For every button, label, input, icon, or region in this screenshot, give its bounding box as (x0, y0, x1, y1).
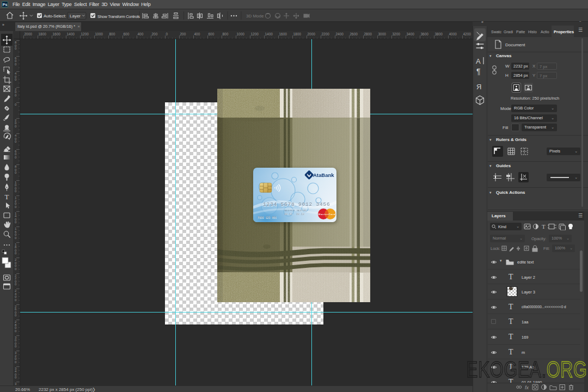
svg-text:MasterCard: MasterCard (318, 213, 335, 216)
svg-text:T: T (5, 193, 9, 201)
svg-text:A: A (476, 57, 481, 65)
svg-text:¶: ¶ (476, 67, 481, 76)
svg-text:7890 123 456: 7890 123 456 (258, 216, 277, 219)
svg-text:VALID THRU: VALID THRU (297, 210, 307, 212)
svg-text:AtaBank: AtaBank (313, 172, 334, 178)
svg-text:Я: Я (476, 83, 481, 91)
svg-text:08.18: 08.18 (296, 213, 304, 216)
svg-text:08.12: 08.12 (284, 213, 292, 216)
svg-text:1234 5678 9012 3456: 1234 5678 9012 3456 (263, 201, 330, 207)
svg-text:VALID FROM: VALID FROM (284, 210, 295, 212)
svg-text:T: T (542, 223, 546, 230)
svg-text:fx: fx (525, 385, 529, 390)
